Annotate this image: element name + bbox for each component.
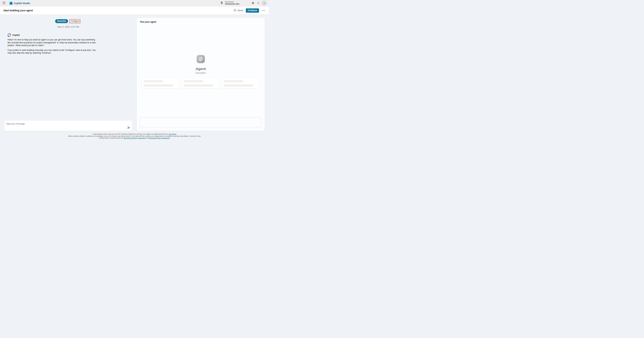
- privacy-statement-link[interactable]: Microsoft Privacy Statement: [149, 137, 170, 139]
- top-app-bar: Copilot Studio Environment Dlaskewitz-de…: [0, 0, 269, 6]
- skeleton-bar: [224, 84, 253, 87]
- copilot-message: Copilot Hello! I'm here to help you buil…: [8, 33, 97, 56]
- agent-name: Agent: [136, 67, 265, 71]
- skeleton-card: [142, 78, 180, 88]
- brand-title: Copilot Studio: [14, 2, 30, 5]
- avatar-initial: D: [264, 2, 265, 4]
- test-panel-input[interactable]: [140, 117, 261, 128]
- footer-disclaimer: AI-generated content may be incorrect | …: [0, 133, 269, 139]
- disclaimer-line-3: of Bing search is governed by the Micros…: [0, 137, 269, 139]
- environment-text: Environment Dlaskewitz-dev: [225, 1, 240, 5]
- skeleton-bar: [144, 80, 163, 82]
- ellipsis-icon: [262, 10, 263, 11]
- message-input[interactable]: [4, 121, 132, 131]
- waffle-icon: [2, 1, 6, 5]
- command-bar-right: Saved Continue: [234, 8, 269, 13]
- save-status: Saved: [234, 9, 243, 12]
- message-input-box: [4, 121, 132, 131]
- copilot-studio-app: Copilot Studio Environment Dlaskewitz-de…: [0, 0, 269, 141]
- command-bar: Start building your agent Saved Continue: [0, 6, 269, 14]
- help-button[interactable]: ?: [256, 0, 261, 6]
- send-button[interactable]: [127, 126, 130, 130]
- suggestion-skeleton-row: [142, 78, 260, 88]
- environment-globe-icon: [220, 1, 223, 5]
- skeleton-bar: [144, 84, 173, 87]
- environment-name: Dlaskewitz-dev: [225, 3, 240, 5]
- more-options-button[interactable]: [261, 8, 266, 13]
- agent-description: Description: [136, 72, 265, 74]
- builder-pane: Describe Configure May 17, 2025, 12:37 P…: [4, 14, 132, 141]
- view-toggle: Describe Configure: [55, 19, 82, 23]
- app-launcher-button[interactable]: [1, 0, 7, 6]
- continue-button[interactable]: Continue: [246, 8, 259, 13]
- services-agreement-link[interactable]: Microsoft Services Agreement: [124, 137, 145, 139]
- disclaimer-line-1: AI-generated content may be incorrect | …: [0, 133, 269, 135]
- skeleton-card: [182, 78, 220, 88]
- topbar-right: Environment Dlaskewitz-dev: [220, 0, 269, 6]
- page-title: Start building your agent: [4, 9, 33, 12]
- message-author: Copilot: [12, 34, 20, 36]
- test-agent-panel: Test your agent Age: [136, 18, 265, 131]
- see-terms-link[interactable]: See terms: [169, 133, 176, 135]
- message-paragraph: If you prefer to start building manually…: [8, 49, 97, 54]
- copilot-logo-icon: [8, 33, 11, 37]
- account-avatar[interactable]: D: [262, 1, 266, 5]
- gear-icon: [252, 1, 254, 5]
- skeleton-bar: [184, 80, 203, 82]
- settings-button[interactable]: [250, 0, 256, 6]
- message-header: Copilot: [8, 33, 97, 37]
- agent-placeholder: Agent Description: [136, 55, 265, 74]
- skeleton-card: [222, 78, 260, 88]
- help-icon: ?: [258, 2, 259, 5]
- test-panel-title: Test your agent: [140, 20, 156, 23]
- conversation-timestamp: May 17, 2025, 12:37 PM: [4, 26, 132, 28]
- brand[interactable]: Copilot Studio: [10, 2, 30, 5]
- saved-label: Saved: [237, 9, 243, 12]
- message-body: Hello! I'm here to help you build an age…: [8, 38, 97, 54]
- tab-describe[interactable]: Describe: [55, 19, 68, 23]
- main-content: Describe Configure May 17, 2025, 12:37 P…: [0, 14, 269, 141]
- skeleton-bar: [224, 80, 243, 82]
- agent-icon: [136, 55, 265, 64]
- copilot-studio-logo-icon: [10, 2, 12, 5]
- environment-label: Environment: [225, 1, 240, 3]
- view-toggle-wrap: Describe Configure: [55, 19, 82, 23]
- message-paragraph: Hello! I'm here to help you build an age…: [8, 38, 97, 47]
- disclaimer-line-2: When a public website is added as a know…: [0, 135, 269, 137]
- tab-configure[interactable]: Configure: [68, 19, 82, 23]
- environment-switcher[interactable]: Environment Dlaskewitz-dev: [220, 1, 240, 5]
- skeleton-bar: [184, 84, 213, 87]
- saved-check-icon: [234, 9, 236, 12]
- send-icon: [127, 126, 130, 130]
